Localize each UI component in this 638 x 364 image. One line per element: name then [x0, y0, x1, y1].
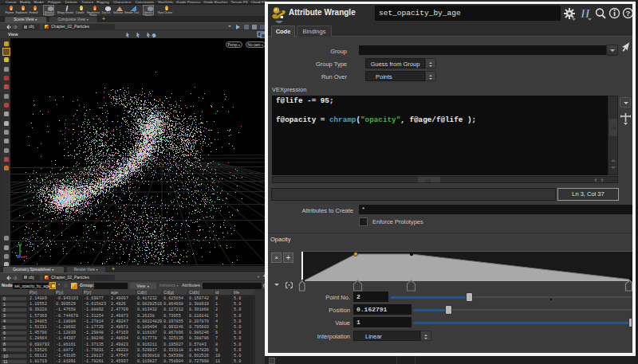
- svg-text:?: ?: [625, 9, 630, 18]
- svg-text:H: H: [580, 7, 591, 20]
